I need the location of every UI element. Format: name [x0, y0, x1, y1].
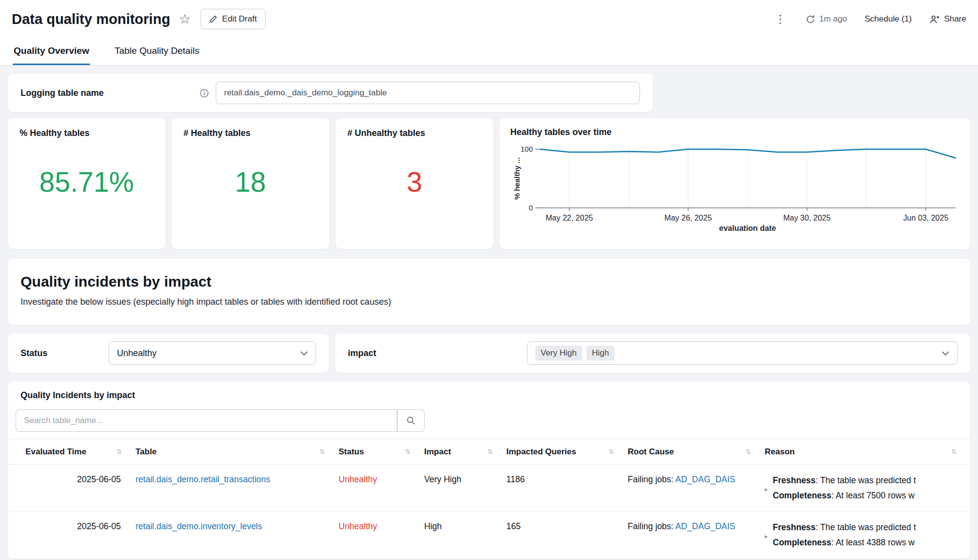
table-cell: retail.dais_demo.inventory_levels [136, 520, 339, 533]
expand-caret-icon[interactable]: ▸ [765, 475, 768, 503]
column-header[interactable]: Impacted Queries⇅ [506, 447, 628, 457]
edit-draft-label: Edit Draft [222, 14, 257, 24]
impacted-queries-cell: 1186 [506, 473, 628, 486]
sort-icon[interactable]: ⇅ [609, 448, 614, 455]
column-header[interactable]: Table⇅ [136, 447, 339, 457]
reason-cell: ▸Freshness: The table was predicted tCom… [765, 473, 970, 503]
impact-chip[interactable]: High [587, 346, 614, 360]
column-header-label: Table [136, 447, 157, 457]
search-button[interactable] [397, 409, 425, 432]
page-title: Data quality monitoring [12, 11, 170, 27]
sort-icon[interactable]: ⇅ [116, 448, 122, 455]
column-header[interactable]: Evaluated Time⇅ [25, 447, 136, 457]
tab-table-quality-details[interactable]: Table Quality Details [114, 38, 200, 65]
sort-icon[interactable]: ⇅ [405, 448, 410, 455]
svg-text:0: 0 [529, 203, 533, 212]
table-link[interactable]: retail.dais_demo.inventory_levels [136, 521, 262, 531]
impact-cell: High [424, 520, 506, 533]
reason-lines: Freshness: The table was predicted tComp… [773, 520, 916, 550]
sort-icon[interactable]: ⇅ [951, 448, 956, 455]
edit-draft-button[interactable]: Edit Draft [201, 9, 266, 29]
reason-line: Freshness: The table was predicted t [773, 520, 916, 535]
column-header-label: Status [339, 447, 364, 457]
reason-line: Completeness: At least 4388 rows w [773, 535, 916, 550]
refresh-button[interactable]: 1m ago [806, 14, 847, 24]
column-header-label: Impact [424, 447, 451, 457]
tab-quality-overview[interactable]: Quality Overview [13, 38, 90, 65]
incidents-section-title: Quality incidents by impact [21, 273, 957, 290]
status-cell: Unhealthy [339, 473, 424, 486]
impacted-queries-cell: 165 [506, 520, 628, 533]
sort-icon[interactable]: ⇅ [319, 448, 325, 455]
unhealthy-count-card: # Unhealthy tables 3 [336, 118, 493, 249]
impact-cell: Very High [424, 473, 506, 486]
svg-text:evaluation date: evaluation date [719, 224, 776, 232]
incidents-section-banner: Quality incidents by impact Investigate … [8, 259, 970, 325]
pencil-icon [209, 15, 217, 23]
status-filter-card: Status Unhealthy [8, 334, 329, 373]
healthy-pct-value: 85.71% [20, 166, 154, 198]
impact-chip[interactable]: Very High [535, 346, 582, 360]
share-label: Share [944, 14, 966, 24]
failing-jobs-link[interactable]: AD_DAG_DAIS [675, 521, 735, 531]
column-header-label: Reason [765, 447, 795, 457]
dashboard-tabs: Quality Overview Table Quality Details [0, 38, 978, 66]
top-bar: Data quality monitoring ☆ Edit Draft ⋮ 1… [0, 0, 978, 38]
table-cell: retail.dais_demo.retail_transactions [136, 473, 339, 486]
svg-text:May 22, 2025: May 22, 2025 [546, 214, 593, 222]
chevron-down-icon [942, 351, 949, 356]
column-header[interactable]: Status⇅ [339, 447, 424, 457]
reason-lines: Freshness: The table was predicted tComp… [773, 473, 916, 503]
chart-title: Healthy tables over time [510, 127, 959, 137]
impact-filter-multiselect[interactable]: Very High High [527, 341, 957, 365]
root-cause-cell: Failing jobs: AD_DAG_DAIS [628, 520, 765, 533]
healthy-tables-line-chart[interactable]: 1000May 22, 2025May 26, 2025May 30, 2025… [510, 138, 959, 240]
sort-icon[interactable]: ⇅ [487, 448, 493, 455]
column-header[interactable]: Reason⇅ [765, 447, 970, 457]
column-header[interactable]: Impact⇅ [424, 447, 506, 457]
info-icon[interactable] [200, 89, 209, 98]
table-search-row [8, 403, 970, 439]
reason-line: Freshness: The table was predicted t [773, 473, 916, 488]
svg-text:May 30, 2025: May 30, 2025 [783, 214, 831, 222]
root-cause-cell: Failing jobs: AD_DAG_DAIS [628, 473, 765, 486]
expand-caret-icon[interactable]: ▸ [765, 522, 768, 550]
logging-table-widget: Logging table name [8, 74, 653, 112]
incidents-table-title: Quality Incidents by impact [8, 390, 970, 401]
failing-jobs-link[interactable]: AD_DAG_DAIS [675, 474, 735, 484]
sort-icon[interactable]: ⇅ [746, 448, 751, 455]
kebab-menu-icon[interactable]: ⋮ [773, 13, 788, 26]
reason-line: Completeness: At least 7500 rows w [773, 488, 916, 503]
table-row: 2025-06-05retail.dais_demo.retail_transa… [8, 465, 970, 512]
share-person-icon [930, 15, 940, 24]
logging-table-input[interactable] [216, 82, 640, 104]
table-search-input[interactable] [16, 409, 397, 432]
impact-filter-label: impact [348, 348, 527, 358]
share-button[interactable]: Share [930, 14, 966, 24]
status-filter-select[interactable]: Unhealthy [109, 341, 316, 365]
dashboard-page: Data quality monitoring ☆ Edit Draft ⋮ 1… [0, 0, 978, 559]
chevron-down-icon [300, 351, 308, 356]
search-icon [407, 416, 415, 425]
healthy-count-value: 18 [183, 166, 318, 198]
schedule-button[interactable]: Schedule (1) [864, 14, 911, 24]
incidents-section-subtitle: Investigate the below issues (especially… [21, 297, 957, 307]
counter-title: # Unhealthy tables [347, 128, 481, 138]
unhealthy-count-value: 3 [347, 166, 481, 198]
filters-row: Status Unhealthy impact Very High High [8, 334, 970, 373]
column-header-label: Evaluated Time [25, 447, 86, 457]
column-header[interactable]: Root Cause⇅ [628, 447, 765, 457]
top-bar-actions: ⋮ 1m ago Schedule (1) Share [773, 13, 966, 26]
status-filter-value: Unhealthy [117, 348, 157, 358]
incidents-table-card: Quality Incidents by impact Evaluated Ti… [8, 381, 970, 559]
refresh-icon [806, 15, 815, 24]
counter-title: # Healthy tables [183, 128, 318, 138]
status-cell: Unhealthy [339, 520, 424, 533]
last-refresh-label: 1m ago [819, 14, 847, 24]
logging-table-label: Logging table name [21, 88, 200, 98]
reason-cell: ▸Freshness: The table was predicted tCom… [765, 520, 970, 550]
column-header-label: Root Cause [628, 447, 674, 457]
favorite-star-icon[interactable]: ☆ [179, 11, 191, 27]
status-filter-label: Status [21, 348, 109, 358]
table-link[interactable]: retail.dais_demo.retail_transactions [136, 474, 270, 484]
